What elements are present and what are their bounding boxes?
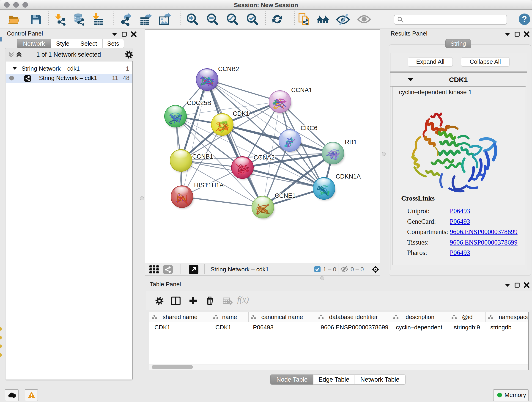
svg-text:CDK1: CDK1 xyxy=(233,110,249,117)
svg-text:HIST1H1A: HIST1H1A xyxy=(194,182,224,189)
svg-text:CCNA1: CCNA1 xyxy=(291,87,312,94)
svg-text:CDC25B: CDC25B xyxy=(187,99,211,106)
svg-text:CCNB1: CCNB1 xyxy=(192,153,213,160)
svg-text:CCNE1: CCNE1 xyxy=(275,192,296,199)
svg-text:CDC6: CDC6 xyxy=(301,125,317,132)
svg-text:?: ? xyxy=(522,14,527,24)
svg-text:CCNB2: CCNB2 xyxy=(218,65,239,72)
svg-text:RB1: RB1 xyxy=(345,139,357,146)
svg-text:CCNA2: CCNA2 xyxy=(254,154,275,161)
svg-text:CDKN1A: CDKN1A xyxy=(336,173,361,180)
